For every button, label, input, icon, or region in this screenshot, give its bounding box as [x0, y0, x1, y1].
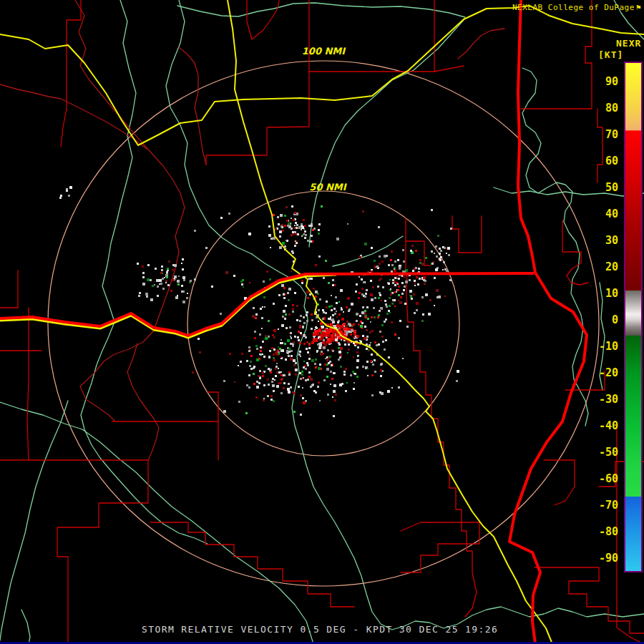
velocity-colorbar — [624, 62, 643, 572]
colorbar-tick-90: 90 — [605, 75, 618, 88]
colorbar-tick--30: -30 — [599, 393, 618, 406]
colorbar-tick-60: 60 — [605, 155, 618, 167]
radar-viewer: 100 NMI50 NMI NEXLAB College of DuPage⚑ … — [0, 0, 644, 644]
product-code-label: NEXR — [616, 38, 641, 49]
colorbar-tick-0: 0 — [612, 313, 618, 326]
units-label: [KT] — [598, 49, 623, 60]
highway-lines — [0, 0, 644, 644]
colorbar-tick--40: -40 — [599, 419, 618, 432]
radar-map[interactable]: 100 NMI50 NMI — [0, 0, 644, 644]
colorbar-tick--50: -50 — [599, 446, 618, 459]
colorbar-tick-10: 10 — [605, 287, 618, 300]
colorbar-tick--10: -10 — [599, 340, 618, 353]
colorbar-tick-20: 20 — [605, 260, 618, 273]
cod-flag-icon: ⚑ — [636, 3, 641, 12]
colorbar-tick--60: -60 — [599, 472, 618, 485]
range-ring-label: 50 NMI — [309, 182, 347, 192]
colorbar-tick--20: -20 — [599, 366, 618, 379]
colorbar-tick-50: 50 — [605, 181, 618, 194]
stream-lines — [0, 0, 504, 460]
colorbar-tick-70: 70 — [605, 128, 618, 141]
colorbar-tick--70: -70 — [599, 499, 618, 512]
colorbar-tick-80: 80 — [605, 102, 618, 114]
brand-text: NEXLAB College of DuPage — [512, 3, 635, 12]
colorbar-tick--80: -80 — [599, 525, 618, 538]
colorbar-tick-40: 40 — [605, 208, 618, 220]
colorbar-tick-30: 30 — [605, 234, 618, 247]
colorbar-tick--90: -90 — [599, 552, 618, 565]
velocity-echoes — [59, 186, 459, 417]
status-bar: STORM RELATIVE VELOCITY 0.5 DEG - KPDT 3… — [142, 624, 498, 635]
range-ring-label: 100 NMI — [302, 46, 346, 57]
brand-header: NEXLAB College of DuPage⚑ — [512, 3, 641, 12]
